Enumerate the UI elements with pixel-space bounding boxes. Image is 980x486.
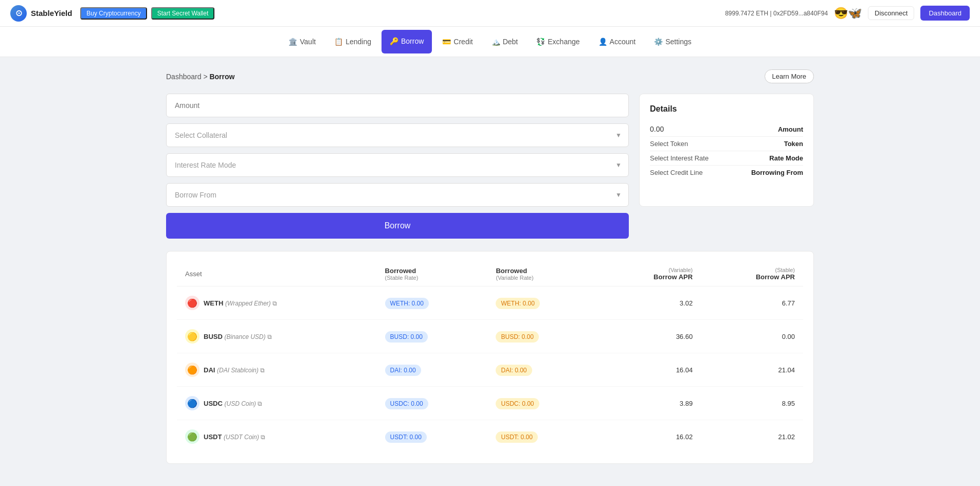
start-wallet-button[interactable]: Start Secret Wallet <box>151 7 215 20</box>
variable-badge-cell-4: USDT: 0.00 <box>487 420 598 454</box>
header: ⊙ StableYield Buy Cryptocurrency Start S… <box>0 0 980 27</box>
stable-badge-cell-1: BUSD: 0.00 <box>377 320 488 353</box>
details-amount-row: 0.00 Amount <box>650 122 803 137</box>
variable-apr-cell-3: 3.89 <box>598 387 701 420</box>
col-borrowed-variable-main: Borrowed <box>496 267 590 275</box>
table-row: 🟠 DAI (DAI Stablcoin) ⧉ DAI: 0.00 DAI: 0… <box>177 353 803 387</box>
stable-badge-weth: WETH: 0.00 <box>385 298 429 309</box>
main-content: Dashboard > Borrow Learn More Select Col… <box>156 57 824 476</box>
borrow-from-select[interactable]: Borrow From <box>166 183 629 207</box>
interest-rate-select[interactable]: Interest Rate Mode <box>166 153 629 177</box>
nav-item-exchange[interactable]: 💱 Exchange <box>528 27 588 57</box>
nav-label-vault: Vault <box>300 38 316 46</box>
variable-apr-cell-4: 16.02 <box>598 420 701 454</box>
asset-fullname-weth: (Wrapped Ether) <box>225 300 271 307</box>
nav-item-debt[interactable]: 🏔️ Debt <box>483 27 527 57</box>
table-row: 🟢 USDT (USDT Coin) ⧉ USDT: 0.00 USDT: 0.… <box>177 420 803 454</box>
stable-apr-cell-1: 0.00 <box>701 320 803 353</box>
nav-item-lending[interactable]: 📋 Lending <box>326 27 379 57</box>
app-name: StableYield <box>31 9 72 17</box>
stable-apr-value-busd: 0.00 <box>782 333 795 340</box>
vault-icon: 🏛️ <box>288 38 297 46</box>
variable-apr-value-usdc: 3.89 <box>680 400 693 407</box>
nav-label-settings: Settings <box>665 38 692 46</box>
asset-fullname-usdt: (USDT Coin) <box>224 434 259 441</box>
asset-link-icon-usdc[interactable]: ⧉ <box>258 400 262 407</box>
col-borrowed-variable: Borrowed (Variable Rate) <box>487 262 598 286</box>
col-borrowed-stable-main: Borrowed <box>385 267 480 275</box>
details-rate-label: Rate Mode <box>769 154 803 162</box>
asset-link-icon-weth[interactable]: ⧉ <box>273 300 277 307</box>
col-stable-apr: (Stable) Borrow APR <box>701 262 803 286</box>
table-header: Asset Borrowed (Stable Rate) Borrowed (V… <box>177 262 803 286</box>
details-token-value: Select Token <box>650 140 688 148</box>
col-stable-apr-main: Borrow APR <box>709 273 795 281</box>
variable-badge-usdc: USDC: 0.00 <box>496 398 539 409</box>
borrow-from-select-wrap: Borrow From ▼ <box>166 183 629 207</box>
header-right: 8999.7472 ETH | 0x2FD59...a840F94 😎🦋 Dis… <box>725 6 970 21</box>
asset-table-section: Asset Borrowed (Stable Rate) Borrowed (V… <box>166 251 814 464</box>
asset-icon-busd: 🟡 <box>185 329 199 344</box>
details-amount-label: Amount <box>778 125 803 133</box>
account-icon: 👤 <box>598 38 607 46</box>
asset-link-icon-dai[interactable]: ⧉ <box>260 367 265 374</box>
col-variable-apr-main: Borrow APR <box>607 273 693 281</box>
table-row: 🟡 BUSD (Binance USD) ⧉ BUSD: 0.00 BUSD: … <box>177 320 803 353</box>
variable-apr-cell-1: 36.60 <box>598 320 701 353</box>
col-asset: Asset <box>177 262 377 286</box>
table-body: 🔴 WETH (Wrapped Ether) ⧉ WETH: 0.00 WETH… <box>177 286 803 454</box>
variable-apr-cell-2: 16.04 <box>598 353 701 387</box>
breadcrumb-base: Dashboard > <box>166 73 209 81</box>
breadcrumb: Dashboard > Borrow <box>166 73 234 81</box>
stable-apr-value-weth: 6.77 <box>782 299 795 307</box>
disconnect-button[interactable]: Disconnect <box>868 6 914 20</box>
stable-apr-cell-3: 8.95 <box>701 387 803 420</box>
nav-label-credit: Credit <box>453 38 473 46</box>
nav-label-account: Account <box>610 38 636 46</box>
stable-badge-cell-4: USDT: 0.00 <box>377 420 488 454</box>
nav-item-borrow[interactable]: 🔑 Borrow <box>382 30 432 53</box>
nav-label-exchange: Exchange <box>548 38 579 46</box>
debt-icon: 🏔️ <box>492 38 500 46</box>
asset-symbol-busd: BUSD <box>204 333 223 340</box>
nav-item-account[interactable]: 👤 Account <box>590 27 644 57</box>
logo-icon: ⊙ <box>10 5 27 22</box>
settings-icon: ⚙️ <box>654 38 663 46</box>
borrow-submit-button[interactable]: Borrow <box>166 213 629 239</box>
asset-link-icon-usdt[interactable]: ⧉ <box>261 434 265 441</box>
learn-more-button[interactable]: Learn More <box>765 69 814 83</box>
asset-symbol-usdc: USDC <box>204 400 223 407</box>
buy-crypto-button[interactable]: Buy Cryptocurrency <box>80 7 147 20</box>
details-panel: Details 0.00 Amount Select Token Token S… <box>639 94 814 207</box>
asset-cell-3: 🔵 USDC (USD Coin) ⧉ <box>177 387 377 420</box>
details-credit-row: Select Credit Line Borrowing From <box>650 166 803 179</box>
asset-cell-1: 🟡 BUSD (Binance USD) ⧉ <box>177 320 377 353</box>
stable-badge-cell-2: DAI: 0.00 <box>377 353 488 387</box>
table-row: 🔴 WETH (Wrapped Ether) ⧉ WETH: 0.00 WETH… <box>177 286 803 320</box>
nav-label-lending: Lending <box>346 38 371 46</box>
nav-item-settings[interactable]: ⚙️ Settings <box>646 27 700 57</box>
nav-item-credit[interactable]: 💳 Credit <box>434 27 481 57</box>
col-borrowed-stable-sub: (Stable Rate) <box>385 275 480 281</box>
variable-badge-cell-0: WETH: 0.00 <box>487 286 598 320</box>
asset-cell-2: 🟠 DAI (DAI Stablcoin) ⧉ <box>177 353 377 387</box>
variable-apr-value-usdt: 16.02 <box>676 433 693 441</box>
asset-link-icon-busd[interactable]: ⧉ <box>267 333 272 340</box>
stable-badge-dai: DAI: 0.00 <box>385 365 421 376</box>
variable-badge-busd: BUSD: 0.00 <box>496 331 538 343</box>
stable-apr-value-usdt: 21.02 <box>778 433 795 441</box>
nav-item-vault[interactable]: 🏛️ Vault <box>280 27 324 57</box>
details-token-label: Token <box>784 140 803 148</box>
dashboard-button[interactable]: Dashboard <box>920 6 970 21</box>
asset-symbol-usdt: USDT <box>204 433 222 441</box>
header-badges: Buy Cryptocurrency Start Secret Wallet <box>80 7 214 20</box>
variable-badge-usdt: USDT: 0.00 <box>496 431 537 443</box>
collateral-select[interactable]: Select Collateral <box>166 123 629 147</box>
table-row: 🔵 USDC (USD Coin) ⧉ USDC: 0.00 USDC: 0.0… <box>177 387 803 420</box>
asset-symbol-weth: WETH <box>204 299 223 307</box>
variable-apr-value-dai: 16.04 <box>676 366 693 374</box>
variable-badge-cell-3: USDC: 0.00 <box>487 387 598 420</box>
avatar: 😎🦋 <box>834 7 862 20</box>
stable-badge-cell-0: WETH: 0.00 <box>377 286 488 320</box>
amount-input[interactable] <box>166 94 629 117</box>
